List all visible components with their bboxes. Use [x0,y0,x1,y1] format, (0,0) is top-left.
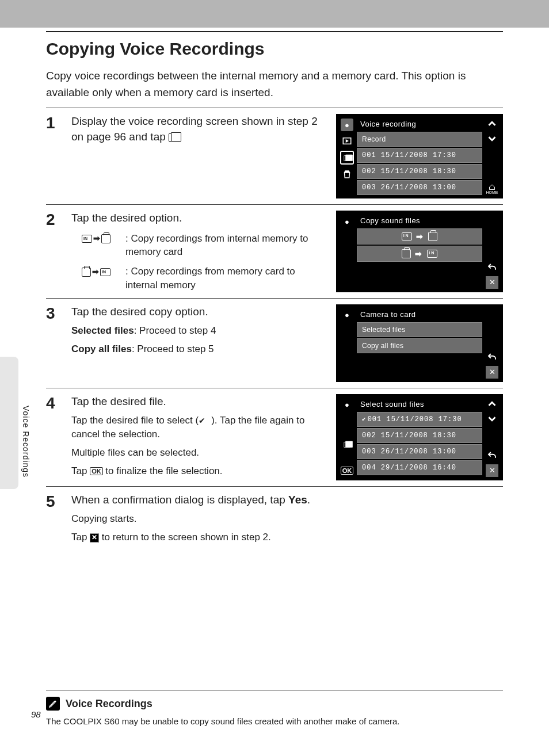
step-divider [46,388,503,388]
option-selected-files[interactable]: Selected files [357,322,482,337]
selected-files-label: Selected files [71,325,134,336]
copy-icon[interactable] [341,438,353,450]
screen-title: Select sound files [357,398,482,411]
back-icon[interactable] [486,261,498,274]
option-card-to-internal[interactable]: ➡ [357,246,482,262]
x-icon: ✕ [90,533,99,543]
copy-all-desc: : Proceed to step 5 [132,343,214,354]
svg-marker-1 [346,139,349,143]
option-copy-all-files[interactable]: Copy all files [357,338,482,353]
file-row-3[interactable]: 003 26/11/2008 13:00 [357,180,482,195]
note-body: The COOLPIX S60 may be unable to copy so… [46,715,503,727]
mic-icon: ● [341,215,353,228]
file-row-2[interactable]: 002 15/11/2008 18:30 [357,164,482,179]
step-5-sub2a: Tap [71,532,90,543]
step-3-heading: Tap the desired copy option. [71,306,208,318]
screen-title: Copy sound files [357,214,482,227]
title-rule [46,31,503,32]
step-1-text: Display the voice recording screen shown… [71,114,328,198]
scroll-up-icon[interactable] [486,117,498,130]
page-top-bar [0,0,549,28]
step-1-text-a: Display the voice recording screen shown… [71,115,318,143]
ok-icon: OK [90,467,103,475]
internal-to-card-icon: ➡ [71,232,121,246]
step-4-heading: Tap the desired file. [71,395,166,407]
screen-select-sound-files: ● OK Select sound files ✔001 15/11/2008 … [336,394,503,480]
mic-icon[interactable]: ● [341,119,353,131]
step-4-sub3a: Tap [71,465,90,476]
step-4-sub2: Multiple files can be selected. [71,446,321,460]
step-divider [46,108,503,108]
checkmark-icon [199,418,211,425]
close-icon[interactable]: ✕ [486,276,498,289]
page-number: 98 [31,709,41,719]
page-title: Copying Voice Recordings [46,39,503,59]
note-heading: Voice Recordings [66,698,152,710]
close-icon[interactable]: ✕ [486,464,498,477]
close-icon[interactable]: ✕ [486,366,498,379]
step-3-text: Tap the desired copy option. Selected fi… [71,304,328,382]
mic-icon: ● [341,309,353,322]
step-5-sub2b: to return to the screen shown in step 2. [99,532,271,543]
file-row-1[interactable]: ✔001 15/11/2008 17:30 [357,412,482,427]
file-row-2[interactable]: 002 15/11/2008 18:30 [357,428,482,443]
file-row-3[interactable]: 003 26/11/2008 13:00 [357,444,482,459]
yes-label: Yes [288,494,307,506]
step-number: 4 [46,394,63,480]
step-5-text: When a confirmation dialog is displayed,… [71,492,503,544]
trash-icon[interactable] [341,168,353,181]
intro-paragraph: Copy voice recordings between the intern… [46,68,503,101]
record-row[interactable]: Record [357,132,482,147]
back-icon[interactable] [486,351,498,364]
step-2-heading: Tap the desired option. [71,212,182,224]
step-5: 5 When a confirmation dialog is displaye… [46,492,503,544]
file-row-4[interactable]: 004 29/11/2008 16:40 [357,460,482,475]
screen-voice-recording: ● Voice recording Record 001 15/11/2008 … [336,114,503,198]
step-1: 1 Display the voice recording screen sho… [46,114,503,198]
step-number: 5 [46,492,63,544]
copy-all-label: Copy all files [71,343,132,354]
mic-icon: ● [341,399,353,411]
ok-button[interactable]: OK [341,464,353,477]
scroll-up-icon[interactable] [486,398,498,410]
screen-title: Camera to card [357,308,482,321]
step-5-text-a: When a confirmation dialog is displayed,… [71,494,288,506]
step-4-sub1a: Tap the desired file to select ( [71,415,199,426]
file-row-1[interactable]: 001 15/11/2008 17:30 [357,148,482,163]
screen-copy-sound-files: ● Copy sound files ➡ ➡ ✕ [336,211,503,292]
step-number: 1 [46,114,63,198]
scroll-down-icon[interactable] [486,132,498,145]
step-3: 3 Tap the desired copy option. Selected … [46,304,503,382]
pencil-icon [46,697,60,711]
option-internal-to-card[interactable]: ➡ [357,228,482,245]
back-icon[interactable] [486,449,498,462]
step-divider [46,298,503,299]
copy-icon [169,131,178,143]
note-section: Voice Recordings The COOLPIX S60 may be … [46,690,503,727]
sidebar-section-label: Voice Recordings [21,406,30,478]
card-to-internal-icon: ➡ [71,265,121,278]
screen-camera-to-card: ● Camera to card Selected files Copy all… [336,304,503,382]
play-icon[interactable] [341,135,353,147]
step-4-text: Tap the desired file. Tap the desired fi… [71,394,328,480]
step-divider [46,204,503,205]
step-divider [46,486,503,487]
sidebar-tab [0,357,18,489]
step-4: 4 Tap the desired file. Tap the desired … [46,394,503,480]
screen-title: Voice recording [357,117,482,131]
selected-files-desc: : Proceed to step 4 [134,325,216,336]
step-2: 2 Tap the desired option. ➡ : Copy recor… [46,211,503,292]
step-5-sub1: Copying starts. [71,512,496,526]
note-rule [46,690,503,691]
def-card-to-internal: : Copy recordings from memory card to in… [125,265,321,292]
step-2-text: Tap the desired option. ➡ : Copy recordi… [71,211,328,292]
step-number: 3 [46,304,63,382]
scroll-down-icon[interactable] [486,413,498,425]
home-icon[interactable]: HOME [486,182,498,195]
copy-icon-button[interactable] [340,151,354,165]
step-number: 2 [46,211,63,292]
step-5-text-c: . [307,494,310,506]
def-internal-to-card: : Copy recordings from internal memory t… [125,232,321,259]
home-label: HOME [486,190,498,194]
step-4-sub3b: to finalize the file selection. [103,465,223,476]
